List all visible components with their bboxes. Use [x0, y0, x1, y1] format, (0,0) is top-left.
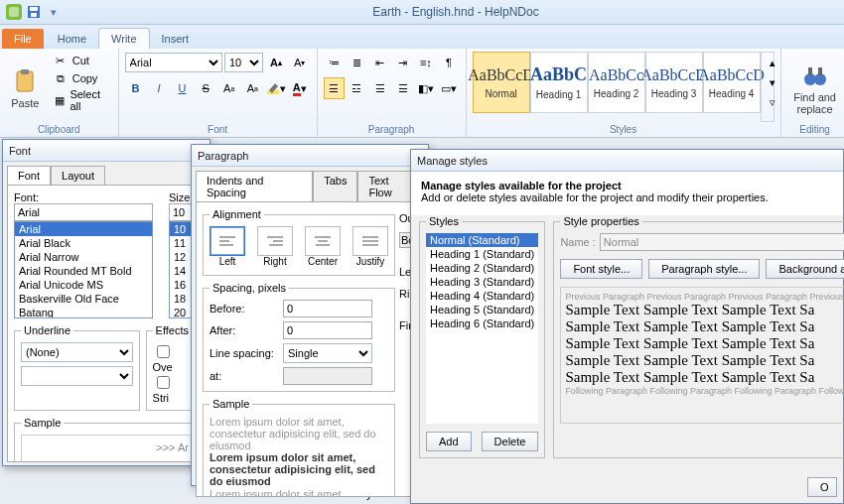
- para-tab-indents[interactable]: Indents and Spacing: [196, 171, 313, 201]
- font-name-combo[interactable]: Arial: [125, 53, 222, 72]
- style-normal[interactable]: AaBbCcDNormal: [473, 52, 530, 113]
- italic-icon[interactable]: I: [148, 77, 170, 99]
- font-tab-layout[interactable]: Layout: [51, 166, 105, 185]
- underline-icon[interactable]: U: [172, 77, 194, 99]
- before-input[interactable]: [283, 300, 372, 317]
- para-style-button[interactable]: Paragraph style...: [648, 259, 760, 279]
- numbering-icon[interactable]: ≣: [347, 52, 367, 73]
- paragraph-dialog-title[interactable]: Paragraph: [192, 145, 428, 167]
- list-item[interactable]: Normal (Standard): [426, 233, 538, 247]
- bg-style-button[interactable]: Background an: [766, 259, 844, 279]
- list-item[interactable]: Batang: [15, 306, 152, 318]
- copy-button[interactable]: ⧉Copy: [49, 69, 112, 87]
- ribbon: Paste ✂Cut ⧉Copy ▦Select all Clipboard A…: [0, 49, 844, 138]
- style-heading3[interactable]: AaBbCcDHeading 3: [645, 52, 703, 113]
- font-list[interactable]: Arial Arial Black Arial Narrow Arial Rou…: [14, 221, 153, 318]
- effect-strike[interactable]: Stri: [153, 379, 173, 404]
- list-item[interactable]: Heading 4 (Standard): [426, 289, 538, 303]
- tab-file[interactable]: File: [2, 29, 44, 49]
- shrink-font-icon[interactable]: A▾: [289, 52, 311, 73]
- indent-icon[interactable]: ⇥: [392, 52, 413, 73]
- ok-button[interactable]: O: [807, 477, 837, 497]
- delete-style-button[interactable]: Delete: [482, 432, 539, 451]
- svg-rect-3: [30, 7, 38, 11]
- align-justify-icon[interactable]: ☰: [392, 77, 413, 99]
- tab-write[interactable]: Write: [98, 28, 149, 49]
- list-item[interactable]: Heading 2 (Standard): [426, 261, 538, 275]
- align-left-button[interactable]: [210, 226, 245, 256]
- cut-button[interactable]: ✂Cut: [49, 52, 112, 69]
- list-item[interactable]: Heading 5 (Standard): [426, 303, 538, 316]
- font-style-button[interactable]: Font style...: [560, 259, 642, 279]
- align-right-button[interactable]: [257, 226, 293, 256]
- highlight-icon[interactable]: ▾: [265, 77, 287, 99]
- effect-overline[interactable]: Ove: [153, 348, 173, 373]
- align-right-icon[interactable]: ☰: [369, 77, 390, 99]
- style-heading1[interactable]: AaBbCHeading 1: [530, 52, 588, 113]
- tab-insert[interactable]: Insert: [150, 29, 202, 49]
- list-item[interactable]: Heading 1 (Standard): [426, 247, 538, 261]
- gallery-down-icon[interactable]: ▾: [762, 72, 783, 92]
- font-dialog-title[interactable]: Font: [3, 140, 210, 162]
- style-name-input: [600, 233, 844, 251]
- manage-styles-dialog: Manage styles Manage styles available fo…: [410, 149, 844, 504]
- at-input: [283, 367, 372, 385]
- align-center-icon[interactable]: ☲: [347, 77, 367, 99]
- ribbon-tabs: File Home Write Insert: [0, 25, 844, 49]
- find-replace-button[interactable]: Find and replace: [787, 52, 843, 122]
- font-name-input[interactable]: [14, 203, 153, 221]
- add-style-button[interactable]: Add: [426, 432, 472, 451]
- font-dialog: Font Font Layout Font: Arial Arial Black…: [2, 139, 211, 466]
- gallery-more-icon[interactable]: ▿: [762, 92, 783, 112]
- selectall-button[interactable]: ▦Select all: [49, 87, 112, 113]
- cut-icon: ✂: [53, 53, 69, 68]
- font-color-icon[interactable]: A▾: [289, 77, 311, 99]
- pilcrow-icon[interactable]: ¶: [438, 52, 459, 73]
- bullets-icon[interactable]: ≔: [324, 52, 345, 73]
- list-item[interactable]: Heading 3 (Standard): [426, 275, 538, 289]
- subscript-icon[interactable]: Aa: [218, 77, 240, 99]
- linespacing-combo[interactable]: Single: [283, 343, 372, 363]
- underline-combo[interactable]: (None): [21, 342, 133, 362]
- list-item[interactable]: Arial Unicode MS: [15, 278, 152, 292]
- para-tab-tabs[interactable]: Tabs: [313, 171, 357, 201]
- font-tab-font[interactable]: Font: [7, 166, 51, 185]
- list-item[interactable]: Heading 6 (Standard): [426, 316, 538, 330]
- list-item[interactable]: Arial Black: [15, 236, 152, 250]
- gallery-up-icon[interactable]: ▴: [762, 53, 783, 72]
- svg-rect-6: [21, 69, 29, 74]
- font-label: Font:: [14, 191, 39, 203]
- font-size-combo[interactable]: 10: [224, 53, 263, 72]
- style-heading4[interactable]: AaBbCcDHeading 4: [703, 52, 761, 113]
- save-icon[interactable]: [26, 4, 42, 20]
- paste-icon: [9, 65, 41, 97]
- list-item[interactable]: Arial Rounded MT Bold: [15, 264, 152, 278]
- bold-icon[interactable]: B: [125, 77, 147, 99]
- dropdown-icon[interactable]: ▾: [46, 4, 62, 20]
- underline-color-combo[interactable]: [21, 366, 133, 386]
- align-justify-button[interactable]: [352, 226, 388, 256]
- group-label-styles: Styles: [473, 122, 774, 137]
- linespacing-icon[interactable]: ≡↕: [415, 52, 436, 73]
- size-label: Size: [169, 191, 190, 203]
- svg-rect-10: [808, 67, 812, 75]
- mgr-style-list[interactable]: Normal (Standard) Heading 1 (Standard) H…: [426, 233, 538, 424]
- align-center-button[interactable]: [305, 226, 341, 256]
- outdent-icon[interactable]: ⇤: [369, 52, 390, 73]
- grow-font-icon[interactable]: A▴: [265, 52, 287, 73]
- superscript-icon[interactable]: Aa: [241, 77, 263, 99]
- list-item[interactable]: Arial: [15, 222, 152, 236]
- style-heading2[interactable]: AaBbCcHeading 2: [588, 52, 645, 113]
- border-icon[interactable]: ▭▾: [438, 77, 459, 99]
- window-title: Earth - English.hnd - HelpNDoc: [68, 5, 844, 19]
- shading-icon[interactable]: ◧▾: [415, 77, 436, 99]
- paragraph-dialog: Paragraph Indents and Spacing Tabs Text …: [191, 144, 429, 486]
- strike-icon[interactable]: S: [195, 77, 216, 99]
- tab-home[interactable]: Home: [46, 29, 98, 49]
- list-item[interactable]: Arial Narrow: [15, 250, 152, 264]
- manage-styles-title[interactable]: Manage styles: [411, 150, 843, 172]
- after-input[interactable]: [283, 321, 372, 339]
- paste-button[interactable]: Paste: [6, 52, 45, 122]
- align-left-icon[interactable]: ☰: [324, 77, 345, 99]
- list-item[interactable]: Baskerville Old Face: [15, 292, 152, 306]
